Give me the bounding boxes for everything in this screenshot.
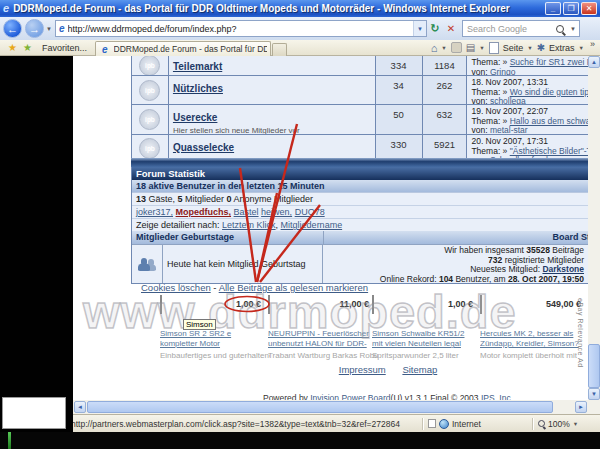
ad-title-link[interactable]: Simson Schwalbe KR51/2 mit vielen Neutei… xyxy=(372,329,475,350)
new-tab-button[interactable] xyxy=(272,43,287,56)
member-link[interactable]: Bastel xyxy=(234,207,259,217)
forum-link[interactable]: Teilemarkt xyxy=(173,61,222,72)
scroll-down-icon[interactable]: ▼ xyxy=(588,388,600,400)
scrollbar-corner xyxy=(588,400,600,414)
history-dropdown-icon[interactable]: ▼ xyxy=(46,26,52,32)
forum-status-icon: ipb xyxy=(139,109,160,130)
desktop-strip-bottom xyxy=(0,432,600,449)
sort-by-click-link[interactable]: Letztem Klick xyxy=(222,220,276,230)
toolbar-overflow-icon[interactable]: » xyxy=(590,39,595,49)
redaction-overlay-left xyxy=(0,56,73,432)
member-link[interactable]: heiwen, xyxy=(261,207,292,217)
invision-link[interactable]: Invision Power Board xyxy=(310,393,390,400)
restore-button[interactable]: ❐ xyxy=(563,2,579,15)
tabs-command-bar: ★ ★ Favoriten... e DDRMoped.de Forum - d… xyxy=(0,40,600,56)
ips-link[interactable]: IPS, Inc. xyxy=(481,393,513,400)
vertical-scrollbar[interactable]: ▲ ▼ xyxy=(588,56,600,400)
ad-thumbnail-extinguisher[interactable] xyxy=(268,295,270,314)
delete-cookies-link[interactable]: Cookies löschen xyxy=(141,282,211,293)
home-dropdown-icon[interactable]: ▼ xyxy=(441,45,446,51)
search-input[interactable]: Search Google ▼ xyxy=(462,20,580,37)
forward-button[interactable]: → xyxy=(25,19,44,38)
scroll-left-icon[interactable]: ◄ xyxy=(74,401,86,413)
topics-count: 34 xyxy=(376,76,423,104)
zoom-dropdown-icon[interactable]: ▼ xyxy=(573,421,578,427)
last-poster-link[interactable]: schollega xyxy=(490,96,526,105)
page-favicon: e xyxy=(59,23,65,34)
ad-title-link[interactable]: NEURUPPIN - Feuerlöscher unbenutzt HALON… xyxy=(268,329,371,349)
url-field[interactable]: e http://www.ddrmoped.de/forum/index.php… xyxy=(55,20,427,37)
last-topic-link[interactable]: "Ästhetische Bilder"-Threa xyxy=(510,146,588,156)
tab-title: DDRMoped.de Forum - das Portal für DDR O… xyxy=(114,44,267,54)
last-topic-link[interactable]: Hallo aus dem schwarzen B xyxy=(510,116,588,126)
member-link[interactable]: joker317, xyxy=(136,207,173,217)
scroll-right-icon[interactable]: ► xyxy=(575,401,587,413)
feeds-icon[interactable] xyxy=(451,42,462,53)
ad-thumbnail-engine[interactable] xyxy=(160,295,162,314)
page-menu-dropdown-icon[interactable]: ▼ xyxy=(527,45,532,51)
tab-active[interactable]: e DDRMoped.de Forum - das Portal für DDR… xyxy=(95,41,271,56)
tools-dropdown-icon[interactable]: ▼ xyxy=(579,45,584,51)
ie-logo-icon: e xyxy=(3,3,9,14)
print-icon[interactable]: ▤ xyxy=(466,43,475,53)
ad-description: Spritsparwunder 2,5 liter xyxy=(372,351,482,360)
favorites-center-icon[interactable]: ★ xyxy=(8,43,17,53)
newest-member-link[interactable]: Darkstone xyxy=(542,264,584,274)
forum-link[interactable]: Quasselecke xyxy=(173,142,234,153)
last-topic-link[interactable]: Suche für SR1 zwei Federn xyxy=(510,57,588,67)
last-post-cell: Thema: » Suche für SR1 zwei Federn von: … xyxy=(467,56,588,75)
forum-link[interactable]: Nützliches xyxy=(173,83,223,94)
page-menu-icon[interactable] xyxy=(489,42,499,54)
print-dropdown-icon[interactable]: ▼ xyxy=(479,45,484,51)
ie-browser-window: e DDRMoped.de Forum - das Portal für DDR… xyxy=(0,0,600,449)
search-icon[interactable] xyxy=(556,25,564,33)
horizontal-scroll-thumb[interactable] xyxy=(87,401,553,413)
back-button[interactable]: ← xyxy=(3,19,22,38)
ad-title-link[interactable]: Simson SR 2 SR2 e kompletter Motor xyxy=(160,329,263,349)
search-dropdown-icon[interactable]: ▼ xyxy=(570,26,579,32)
favorites-label[interactable]: Favoriten... xyxy=(42,43,87,53)
last-poster-link[interactable]: metal-star xyxy=(490,125,528,135)
powered-by-line: Powered by Invision Power Board(U) v1.3.… xyxy=(263,393,513,400)
url-dropdown-icon[interactable]: ▼ xyxy=(413,21,426,36)
add-favorite-icon[interactable]: ★ xyxy=(23,43,32,53)
ad-item: 549,00 € Hercules MK 2, besser als Zünda… xyxy=(480,296,583,362)
tools-gear-icon[interactable]: ✱ xyxy=(537,43,545,53)
close-button[interactable]: ✕ xyxy=(581,2,597,15)
refresh-button[interactable]: ↻ xyxy=(427,22,443,35)
window-titlebar: e DDRMoped.de Forum - das Portal für DDR… xyxy=(0,0,600,17)
ad-item: 11,00 € NEURUPPIN - Feuerlöscher unbenut… xyxy=(268,296,371,362)
horizontal-scrollbar[interactable]: ◄ ► xyxy=(73,400,588,414)
birthdays-board-panel: Mitglieder Geburtstage Board Statistik H… xyxy=(131,231,588,284)
last-poster-link[interactable]: Gringo xyxy=(490,67,516,77)
home-icon[interactable]: ⌂ xyxy=(431,43,438,53)
forum-status-icon: ipb xyxy=(139,56,160,76)
vertical-scroll-thumb[interactable] xyxy=(588,344,600,388)
ad-thumbnail-blue-moped[interactable] xyxy=(372,295,374,314)
minimize-button[interactable]: _ xyxy=(545,2,561,15)
search-placeholder[interactable]: Search Google xyxy=(463,24,556,34)
zoom-magnifier-icon[interactable] xyxy=(538,420,545,427)
ad-price: 11,00 € xyxy=(339,299,369,309)
last-topic-link[interactable]: Wo sind die guten tips gebl xyxy=(510,87,588,97)
tools-menu-label[interactable]: Extras xyxy=(549,43,575,53)
forum-link[interactable]: Userecke xyxy=(173,112,217,123)
sort-by-name-link[interactable]: Mitgliedername xyxy=(281,220,343,230)
stop-button[interactable]: ✕ xyxy=(443,23,459,34)
ad-description: Trabant Wartburg Barkas Robur xyxy=(268,351,378,360)
zoom-control[interactable]: 100% ▼ xyxy=(538,419,600,429)
impressum-link[interactable]: Impressum xyxy=(339,364,386,375)
forum-status-icon: ipb xyxy=(139,80,160,101)
ad-thumbnail-red-moped[interactable] xyxy=(480,295,482,314)
ad-title-link[interactable]: Hercules MK 2, besser als Zündapp, Kreid… xyxy=(480,329,583,349)
scroll-up-icon[interactable]: ▲ xyxy=(588,56,600,68)
member-link[interactable]: DUO78 xyxy=(295,207,325,217)
ad-price: 1,00 € xyxy=(236,299,261,309)
forum-status-icon: ipb xyxy=(139,138,160,159)
page-menu-label[interactable]: Seite xyxy=(503,43,524,53)
sitemap-link[interactable]: Sitemap xyxy=(402,364,437,375)
mark-read-link[interactable]: Alle Beiträge als gelesen markieren xyxy=(219,282,368,293)
url-text[interactable]: http://www.ddrmoped.de/forum/index.php? xyxy=(68,24,413,34)
member-link[interactable]: Mopedfuchs, xyxy=(176,207,232,217)
zoom-level[interactable]: 100% xyxy=(548,419,570,429)
